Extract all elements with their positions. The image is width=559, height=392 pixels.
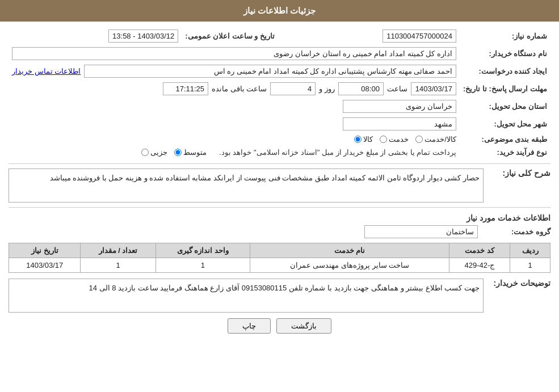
print-button[interactable]: چاپ — [228, 318, 271, 334]
row-category: طبقه بندی موضوعی: کالا/خدمت خدمت کالا — [9, 133, 550, 146]
row-need-number: شماره نیاز: 1103004757000024 تاریخ و ساع… — [9, 27, 550, 45]
table-cell: ج-42-429 — [449, 258, 510, 273]
need-number-label: شماره نیاز: — [460, 27, 550, 45]
col-row: ردیف — [510, 243, 550, 258]
buyer-org-value-cell: اداره کل کمیته امداد امام خمینی ره استان… — [9, 45, 460, 62]
reply-deadline-label: مهلت ارسال پاسخ: تا تاریخ: — [460, 80, 550, 98]
province-label: استان محل تحویل: — [460, 98, 550, 115]
table-cell: 1 — [510, 258, 550, 273]
province-value-cell: خراسان رضوی — [9, 98, 460, 115]
main-info-table: شماره نیاز: 1103004757000024 تاریخ و ساع… — [9, 27, 550, 159]
table-row: 1ج-42-429ساخت سایر پروژه‌های مهندسی عمرا… — [9, 258, 550, 273]
service-group-row: گروه خدمت: ساختمان — [9, 225, 550, 238]
col-date: تاریخ نیاز — [9, 243, 81, 258]
category-option-goods[interactable]: کالا — [354, 135, 373, 144]
city-label: شهر محل تحویل: — [460, 115, 550, 133]
table-cell: ساخت سایر پروژه‌های مهندسی عمران — [250, 258, 449, 273]
row-city: شهر محل تحویل: مشهد — [9, 115, 550, 133]
reply-time-value: 08:00 — [338, 82, 384, 95]
city-value: مشهد — [343, 117, 456, 130]
category-radio-service[interactable] — [380, 136, 387, 143]
description-row: شرح کلی نیاز: حصار کشی دیوار اردوگاه ثام… — [9, 168, 550, 203]
content-area: شماره نیاز: 1103004757000024 تاریخ و ساع… — [0, 22, 559, 345]
purchase-type-radio-partial[interactable] — [141, 149, 149, 156]
buyer-notes-label: توضیحات خریدار: — [488, 279, 550, 288]
category-value-cell: کالا/خدمت خدمت کالا — [9, 133, 460, 146]
purchase-type-label: نوع فرآیند خرید: — [460, 146, 550, 159]
requester-row-group: احمد صفائی مهته کارشناس پشتیبانی اداره ک… — [12, 65, 456, 78]
buyer-org-label: نام دستگاه خریدار: — [460, 45, 550, 62]
divider-2 — [9, 207, 550, 208]
city-value-cell: مشهد — [9, 115, 460, 133]
table-cell: 1 — [155, 258, 250, 273]
category-label: طبقه بندی موضوعی: — [460, 133, 550, 146]
action-buttons: بازگشت چاپ — [9, 318, 550, 334]
requester-contact-link[interactable]: اطلاعات تماس خریدار — [12, 67, 81, 75]
divider-1 — [9, 163, 550, 164]
reply-date-value: 1403/03/17 — [411, 82, 456, 95]
purchase-type-value-cell: پرداخت تمام یا بخشی از مبلغ خریدار از مب… — [9, 146, 460, 159]
service-group-label: گروه خدمت: — [482, 227, 550, 236]
reply-remain-value: 17:11:25 — [163, 82, 208, 95]
col-name: نام خدمت — [250, 243, 449, 258]
row-province: استان محل تحویل: خراسان رضوی — [9, 98, 550, 115]
services-section-title: اطلاعات خدمات مورد نیاز — [9, 213, 550, 222]
announce-date-label: تاریخ و ساعت اعلان عمومی: — [182, 27, 278, 45]
reply-deadline-row: 1403/03/17 ساعت 08:00 روز و 4 ساعت باقی … — [12, 82, 456, 95]
row-buyer-org: نام دستگاه خریدار: اداره کل کمیته امداد … — [9, 45, 550, 62]
purchase-type-radio-group: پرداخت تمام یا بخشی از مبلغ خریدار از مب… — [141, 148, 456, 157]
purchase-type-note: پرداخت تمام یا بخشی از مبلغ خریدار از مب… — [219, 148, 456, 157]
category-option-service[interactable]: خدمت — [380, 135, 409, 144]
page-wrapper: جزئیات اطلاعات نیاز شماره نیاز: 11030047… — [0, 0, 559, 392]
service-group-value: ساختمان — [364, 225, 478, 238]
col-unit: واحد اندازه گیری — [155, 243, 250, 258]
services-header-row: ردیف کد خدمت نام خدمت واحد اندازه گیری ت… — [9, 243, 550, 258]
reply-time-label: ساعت — [387, 85, 407, 93]
need-number-value-cell: 1103004757000024 — [278, 27, 460, 45]
page-header: جزئیات اطلاعات نیاز — [0, 0, 559, 22]
category-radio-service-goods[interactable] — [415, 136, 423, 143]
requester-value-cell: احمد صفائی مهته کارشناس پشتیبانی اداره ک… — [9, 62, 460, 80]
services-table: ردیف کد خدمت نام خدمت واحد اندازه گیری ت… — [9, 243, 550, 273]
row-reply-deadline: مهلت ارسال پاسخ: تا تاریخ: 1403/03/17 سا… — [9, 80, 550, 98]
reply-deadline-value-cell: 1403/03/17 ساعت 08:00 روز و 4 ساعت باقی … — [9, 80, 460, 98]
description-label: شرح کلی نیاز: — [488, 168, 550, 178]
buyer-notes-value: جهت کسب اطلاع بیشتر و هماهنگی جهت بازدید… — [9, 279, 484, 313]
back-button[interactable]: بازگشت — [276, 318, 331, 334]
buyer-org-value: اداره کل کمیته امداد امام خمینی ره استان… — [12, 47, 456, 60]
requester-label: ایجاد کننده درخواست: — [460, 62, 550, 80]
announce-date-value: 1403/03/12 - 13:58 — [108, 29, 178, 43]
table-cell: 1403/03/17 — [9, 258, 81, 273]
page-title: جزئیات اطلاعات نیاز — [243, 6, 316, 15]
category-radio-goods[interactable] — [354, 136, 362, 143]
description-value: حصار کشی دیوار اردوگاه ثامن الائمه کمیته… — [9, 168, 484, 203]
category-radio-group: کالا/خدمت خدمت کالا — [354, 135, 456, 144]
reply-days-value: 4 — [270, 82, 316, 95]
row-purchase-type: نوع فرآیند خرید: پرداخت تمام یا بخشی از … — [9, 146, 550, 159]
announce-date-value-cell: 1403/03/12 - 13:58 — [9, 27, 182, 45]
need-number-value: 1103004757000024 — [383, 29, 456, 43]
reply-day-label: روز و — [319, 85, 335, 93]
services-table-body: 1ج-42-429ساخت سایر پروژه‌های مهندسی عمرا… — [9, 258, 550, 273]
province-value: خراسان رضوی — [343, 100, 456, 113]
col-code: کد خدمت — [449, 243, 510, 258]
col-qty: تعداد / مقدار — [81, 243, 155, 258]
table-cell: 1 — [81, 258, 155, 273]
buyer-notes-row: توضیحات خریدار: جهت کسب اطلاع بیشتر و هم… — [9, 279, 550, 313]
reply-remain-label: ساعت باقی مانده — [212, 85, 267, 93]
requester-value: احمد صفائی مهته کارشناس پشتیبانی اداره ک… — [84, 65, 456, 78]
row-requester: ایجاد کننده درخواست: احمد صفائی مهته کار… — [9, 62, 550, 80]
category-option-service-goods[interactable]: کالا/خدمت — [415, 135, 456, 144]
purchase-type-option-medium[interactable]: متوسط — [174, 148, 207, 157]
purchase-type-option-partial[interactable]: جزیی — [141, 148, 167, 157]
purchase-type-radio-medium[interactable] — [174, 149, 182, 156]
services-table-header: ردیف کد خدمت نام خدمت واحد اندازه گیری ت… — [9, 243, 550, 258]
